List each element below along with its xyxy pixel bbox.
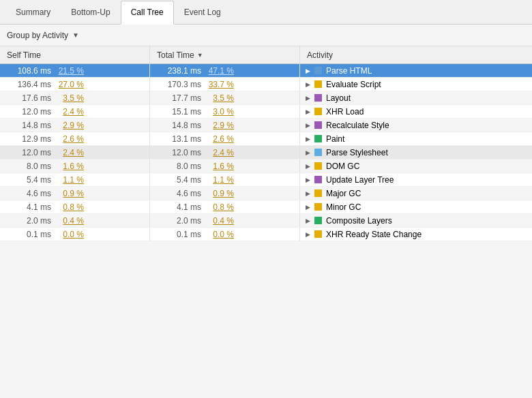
cell-self-time: 12.9 ms 2.6 % [0,132,150,145]
activity-color-icon [314,176,322,183]
cell-self-time: 4.1 ms 0.8 % [0,200,150,213]
activity-color-icon [314,162,322,170]
cell-self-time: 8.0 ms 1.6 % [0,159,150,172]
tab-call-tree[interactable]: Call Tree [121,1,174,25]
self-pct-value: 0.4 % [55,216,84,226]
total-pct-value: 0.0 % [205,230,234,239]
col-header-self-time[interactable]: Self Time [0,46,150,63]
cell-total-time: 2.0 ms 0.4 % [150,214,300,227]
expand-arrow-icon[interactable]: ▶ [306,163,310,170]
self-pct-value: 27.0 % [55,80,84,89]
cell-self-time: 12.0 ms 2.4 % [0,105,150,118]
activity-label: Composite Layers [326,216,392,226]
cell-activity: ▶ Parse HTML [300,64,532,77]
expand-arrow-icon[interactable]: ▶ [306,81,310,88]
table-row[interactable]: 12.9 ms 2.6 % 13.1 ms 2.6 % ▶ Paint [0,132,532,146]
cell-total-time: 12.0 ms 2.4 % [150,146,300,159]
col-header-total-time[interactable]: Total Time ▼ [150,46,300,63]
table-row[interactable]: 2.0 ms 0.4 % 2.0 ms 0.4 % ▶ Composite La… [0,214,532,228]
table-row[interactable]: 8.0 ms 1.6 % 8.0 ms 1.6 % ▶ DOM GC [0,159,532,173]
self-time-value: 136.4 ms [7,80,51,89]
total-time-value: 238.1 ms [157,66,201,76]
table-row[interactable]: 17.6 ms 3.5 % 17.7 ms 3.5 % ▶ Layout [0,91,532,105]
activity-color-icon [314,230,322,238]
activity-color-icon [314,108,322,115]
total-time-value: 13.1 ms [157,134,201,144]
activity-label: Minor GC [326,202,361,212]
total-time-value: 170.3 ms [157,80,201,89]
table-row[interactable]: 136.4 ms 27.0 % 170.3 ms 33.7 % ▶ Evalua… [0,78,532,91]
table-row[interactable]: 0.1 ms 0.0 % 0.1 ms 0.0 % ▶ XHR Ready St… [0,228,532,241]
cell-total-time: 8.0 ms 1.6 % [150,159,300,172]
table-row[interactable]: 12.0 ms 2.4 % 12.0 ms 2.4 % ▶ Parse Styl… [0,146,532,159]
cell-self-time: 4.6 ms 0.9 % [0,187,150,200]
cell-total-time: 5.4 ms 1.1 % [150,173,300,186]
cell-activity: ▶ Composite Layers [300,214,532,227]
col-header-activity[interactable]: Activity [300,46,532,63]
self-pct-value: 2.4 % [55,148,84,157]
total-time-value: 17.7 ms [157,93,201,103]
activity-color-icon [314,149,322,156]
self-time-value: 4.6 ms [7,189,51,198]
cell-self-time: 0.1 ms 0.0 % [0,228,150,241]
table-header: Self Time Total Time ▼ Activity [0,46,532,64]
tab-summary[interactable]: Summary [5,0,61,24]
table-row[interactable]: 5.4 ms 1.1 % 5.4 ms 1.1 % ▶ Update Layer… [0,173,532,187]
total-time-value: 2.0 ms [157,216,201,226]
tab-bar: Summary Bottom-Up Call Tree Event Log [0,0,532,25]
total-pct-value: 1.1 % [205,175,234,185]
table-row[interactable]: 12.0 ms 2.4 % 15.1 ms 3.0 % ▶ XHR Load [0,105,532,119]
expand-arrow-icon[interactable]: ▶ [306,67,310,74]
cell-self-time: 12.0 ms 2.4 % [0,146,150,159]
expand-arrow-icon[interactable]: ▶ [306,122,310,129]
total-pct-value: 0.8 % [205,202,234,212]
cell-total-time: 0.1 ms 0.0 % [150,228,300,241]
cell-total-time: 170.3 ms 33.7 % [150,78,300,91]
expand-arrow-icon[interactable]: ▶ [306,136,310,142]
self-time-value: 5.4 ms [7,175,51,185]
tab-event-log[interactable]: Event Log [174,0,231,24]
cell-total-time: 4.1 ms 0.8 % [150,200,300,213]
self-pct-value: 2.9 % [55,121,84,130]
self-pct-value: 1.6 % [55,162,84,171]
expand-arrow-icon[interactable]: ▶ [306,190,310,197]
activity-label: DOM GC [326,162,359,171]
activity-color-icon [314,217,322,224]
self-time-value: 0.1 ms [7,230,51,239]
expand-arrow-icon[interactable]: ▶ [306,95,310,102]
table-row[interactable]: 14.8 ms 2.9 % 14.8 ms 2.9 % ▶ Recalculat… [0,119,532,132]
cell-activity: ▶ Major GC [300,187,532,200]
activity-color-icon [314,121,322,129]
table-row[interactable]: 4.1 ms 0.8 % 4.1 ms 0.8 % ▶ Minor GC [0,200,532,214]
cell-self-time: 5.4 ms 1.1 % [0,173,150,186]
group-by-dropdown-arrow[interactable]: ▼ [72,31,79,39]
expand-arrow-icon[interactable]: ▶ [306,108,310,115]
tab-bottom-up[interactable]: Bottom-Up [61,0,120,24]
total-time-value: 15.1 ms [157,107,201,117]
cell-self-time: 136.4 ms 27.0 % [0,78,150,91]
sort-arrow-icon: ▼ [197,52,203,59]
total-time-value: 5.4 ms [157,175,201,185]
group-by-bar: Group by Activity ▼ [0,25,532,46]
expand-arrow-icon[interactable]: ▶ [306,231,310,238]
self-pct-value: 0.8 % [55,202,84,212]
activity-color-icon [314,67,322,74]
cell-self-time: 17.6 ms 3.5 % [0,91,150,104]
activity-label: Paint [326,134,344,144]
cell-self-time: 108.6 ms 21.5 % [0,64,150,77]
cell-total-time: 4.6 ms 0.9 % [150,187,300,200]
self-time-value: 14.8 ms [7,121,51,130]
expand-arrow-icon[interactable]: ▶ [306,149,310,156]
expand-arrow-icon[interactable]: ▶ [306,217,310,224]
activity-label: Layout [326,93,351,103]
self-time-value: 4.1 ms [7,202,51,212]
total-pct-value: 2.6 % [205,134,234,144]
cell-activity: ▶ Evaluate Script [300,78,532,91]
table-row[interactable]: 4.6 ms 0.9 % 4.6 ms 0.9 % ▶ Major GC [0,187,532,200]
expand-arrow-icon[interactable]: ▶ [306,204,310,211]
total-time-value: 4.6 ms [157,189,201,198]
activity-label: Update Layer Tree [326,175,394,185]
total-pct-value: 1.6 % [205,162,234,171]
table-row[interactable]: 108.6 ms 21.5 % 238.1 ms 47.1 % ▶ Parse … [0,64,532,78]
expand-arrow-icon[interactable]: ▶ [306,177,310,183]
